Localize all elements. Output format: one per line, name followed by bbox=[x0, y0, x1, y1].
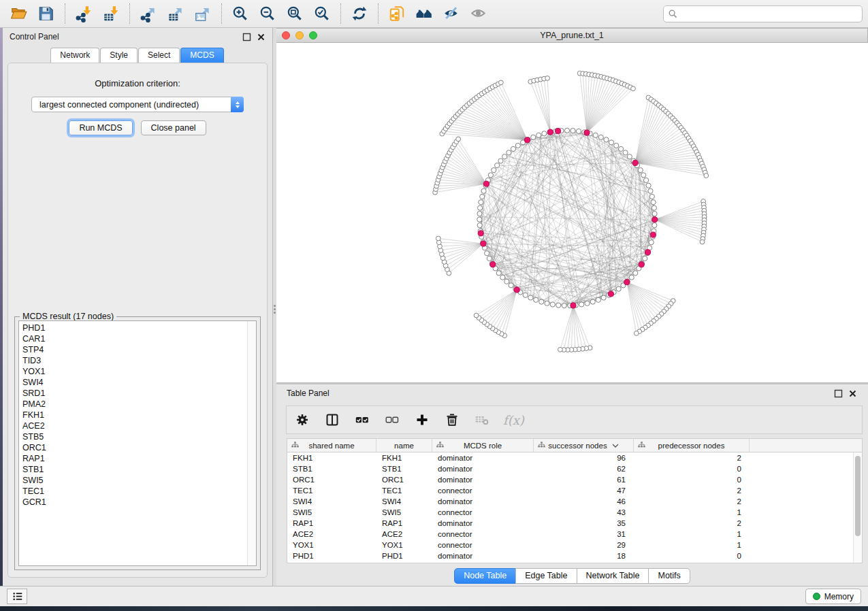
export-table-button[interactable] bbox=[162, 2, 189, 25]
mcds-node[interactable] bbox=[652, 217, 658, 222]
table-settings-button[interactable] bbox=[293, 411, 311, 429]
tab-network-table[interactable]: Network Table bbox=[577, 568, 649, 584]
clone-network-button[interactable] bbox=[383, 2, 411, 25]
ring-node[interactable] bbox=[523, 293, 528, 297]
table-row[interactable]: TEC1TEC1connector472 bbox=[287, 485, 853, 496]
ring-node[interactable] bbox=[618, 146, 623, 151]
ring-node[interactable] bbox=[616, 286, 621, 291]
column-header-mcds-role[interactable]: MCDS role bbox=[432, 439, 534, 452]
ring-node[interactable] bbox=[477, 217, 482, 222]
ring-node[interactable] bbox=[646, 183, 651, 188]
ring-node[interactable] bbox=[651, 200, 656, 205]
ring-node[interactable] bbox=[633, 271, 638, 276]
ring-node[interactable] bbox=[593, 133, 598, 137]
ring-node[interactable] bbox=[596, 297, 600, 302]
ring-node[interactable] bbox=[539, 299, 544, 304]
ring-node[interactable] bbox=[481, 188, 486, 193]
ring-node[interactable] bbox=[500, 275, 505, 280]
leaf-node[interactable] bbox=[436, 236, 440, 241]
task-history-button[interactable] bbox=[7, 589, 27, 604]
show-all-button[interactable] bbox=[465, 2, 492, 25]
tab-mcds[interactable]: MCDS bbox=[180, 48, 223, 63]
tab-select[interactable]: Select bbox=[138, 48, 180, 63]
mcds-node[interactable] bbox=[608, 291, 613, 297]
float-panel-icon[interactable] bbox=[834, 389, 843, 398]
mcds-node[interactable] bbox=[478, 231, 483, 236]
ring-node[interactable] bbox=[495, 163, 500, 168]
ring-node[interactable] bbox=[564, 128, 569, 133]
delete-button[interactable] bbox=[443, 411, 461, 429]
table-row[interactable]: SWI5SWI5connector431 bbox=[287, 507, 853, 518]
ring-node[interactable] bbox=[498, 159, 503, 163]
mcds-list-scrollbar[interactable] bbox=[247, 321, 256, 565]
export-image-button[interactable] bbox=[189, 2, 216, 25]
mcds-result-item[interactable]: TID3 bbox=[19, 355, 247, 366]
close-panel-icon[interactable] bbox=[848, 389, 857, 398]
ring-node[interactable] bbox=[601, 295, 606, 300]
mcds-result-item[interactable]: SWI4 bbox=[19, 377, 247, 388]
leaf-node[interactable] bbox=[545, 76, 550, 81]
ring-node[interactable] bbox=[492, 167, 496, 172]
column-header-predecessor-nodes[interactable]: predecessor nodes bbox=[634, 439, 750, 452]
ring-node[interactable] bbox=[485, 251, 489, 256]
unselect-all-button[interactable] bbox=[383, 411, 401, 429]
float-panel-icon[interactable] bbox=[242, 33, 251, 42]
mcds-result-item[interactable]: PMA2 bbox=[19, 399, 247, 410]
ring-node[interactable] bbox=[496, 271, 501, 276]
first-neighbors-button[interactable] bbox=[411, 2, 438, 25]
ring-node[interactable] bbox=[649, 194, 654, 199]
table-scrollbar[interactable] bbox=[853, 452, 862, 563]
leaf-node[interactable] bbox=[558, 347, 562, 352]
mcds-node[interactable] bbox=[645, 250, 650, 255]
memory-button[interactable]: Memory bbox=[805, 589, 861, 604]
leaf-node[interactable] bbox=[456, 137, 461, 142]
ring-node[interactable] bbox=[652, 205, 656, 210]
mcds-node[interactable] bbox=[624, 280, 630, 285]
ring-node[interactable] bbox=[614, 143, 619, 148]
mcds-result-item[interactable]: SRD1 bbox=[19, 388, 247, 399]
open-file-button[interactable] bbox=[5, 2, 33, 25]
table-row[interactable]: PHD1PHD1dominator180 bbox=[287, 550, 853, 561]
network-canvas[interactable] bbox=[276, 43, 868, 382]
mcds-result-item[interactable]: PHD1 bbox=[19, 323, 247, 333]
ring-node[interactable] bbox=[641, 173, 646, 178]
mcds-result-item[interactable]: CAR1 bbox=[19, 333, 247, 344]
search-input[interactable] bbox=[681, 9, 857, 18]
column-header-name[interactable]: name bbox=[376, 439, 432, 452]
mcds-node[interactable] bbox=[584, 130, 590, 135]
mcds-node[interactable] bbox=[632, 160, 638, 165]
mcds-node[interactable] bbox=[547, 129, 553, 135]
ring-node[interactable] bbox=[609, 140, 613, 145]
mcds-result-item[interactable]: STP4 bbox=[19, 344, 247, 355]
leaf-node[interactable] bbox=[631, 86, 636, 91]
ring-node[interactable] bbox=[644, 178, 649, 182]
import-network-button[interactable] bbox=[70, 2, 97, 25]
ring-node[interactable] bbox=[638, 167, 643, 172]
ring-node[interactable] bbox=[509, 283, 513, 288]
leaf-node[interactable] bbox=[634, 331, 639, 335]
ring-node[interactable] bbox=[479, 200, 483, 205]
close-panel-button[interactable]: Close panel bbox=[141, 120, 206, 135]
ring-node[interactable] bbox=[579, 302, 584, 307]
tab-style[interactable]: Style bbox=[100, 48, 138, 63]
zoom-in-button[interactable] bbox=[227, 2, 254, 25]
mcds-result-item[interactable]: ACE2 bbox=[19, 420, 247, 431]
ring-node[interactable] bbox=[576, 129, 581, 133]
leaf-node[interactable] bbox=[700, 240, 705, 244]
ring-node[interactable] bbox=[570, 128, 575, 133]
ring-node[interactable] bbox=[556, 303, 561, 308]
table-scrollbar-thumb[interactable] bbox=[855, 456, 861, 536]
run-mcds-button[interactable]: Run MCDS bbox=[69, 120, 132, 135]
import-table-button[interactable] bbox=[97, 2, 125, 25]
apply-layout-button[interactable] bbox=[346, 2, 373, 25]
ring-node[interactable] bbox=[515, 143, 520, 148]
ring-node[interactable] bbox=[627, 154, 632, 159]
ring-node[interactable] bbox=[648, 188, 653, 193]
ring-node[interactable] bbox=[478, 205, 483, 210]
mcds-result-item[interactable]: FKH1 bbox=[19, 410, 247, 420]
ring-node[interactable] bbox=[531, 135, 536, 139]
ring-node[interactable] bbox=[598, 135, 603, 139]
mcds-result-item[interactable]: TEC1 bbox=[19, 486, 247, 497]
table-row[interactable]: FKH1FKH1dominator962 bbox=[287, 452, 853, 463]
leaf-node[interactable] bbox=[474, 313, 479, 318]
